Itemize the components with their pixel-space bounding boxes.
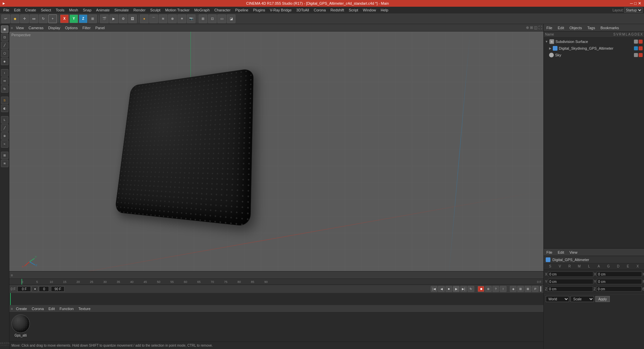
z-scale-input[interactable]: [596, 286, 642, 292]
go-to-end[interactable]: ▶|: [460, 286, 467, 292]
scale-tool-left[interactable]: ⇔: [1, 77, 8, 85]
obj-file-menu[interactable]: File: [545, 25, 554, 31]
y-scale-input[interactable]: [597, 279, 642, 284]
mat-corona[interactable]: Corona: [30, 306, 45, 311]
menu-character[interactable]: Character: [212, 7, 232, 13]
mat-texture[interactable]: Texture: [77, 306, 92, 311]
layout-selector[interactable]: Startup: [624, 7, 643, 13]
motion-stop[interactable]: ⊠: [525, 286, 531, 292]
y-pos-input[interactable]: [548, 279, 593, 284]
viewport-options-menu[interactable]: Options: [63, 25, 79, 31]
key-all[interactable]: ?: [492, 286, 499, 292]
obj-item-sky[interactable]: Sky: [544, 52, 644, 58]
world-dropdown[interactable]: World Object Camera: [546, 296, 569, 302]
menu-simulate[interactable]: Simulate: [112, 7, 131, 13]
menu-render[interactable]: Render: [131, 7, 148, 13]
move-tool-left[interactable]: ↕: [1, 69, 8, 77]
sky-vis-btn[interactable]: [634, 53, 638, 57]
frame-number-input[interactable]: [39, 286, 49, 292]
menu-sculpt[interactable]: Sculpt: [148, 7, 163, 13]
menu-window[interactable]: Window: [361, 7, 378, 13]
menu-motion-tracker[interactable]: Motion Tracker: [163, 7, 192, 13]
nurbs-button[interactable]: ⌒: [149, 14, 158, 23]
viewport-filter-menu[interactable]: Filter: [81, 25, 92, 31]
point-mode[interactable]: ⊡: [1, 34, 8, 41]
minimize-button[interactable]: ─: [630, 1, 633, 6]
timeline-menu-icon[interactable]: ≡: [11, 273, 13, 277]
x-axis-button[interactable]: X: [60, 14, 69, 23]
timeline-track[interactable]: [9, 293, 543, 305]
expand-arrow[interactable]: ▼: [545, 40, 548, 43]
light-button[interactable]: ☀: [177, 14, 186, 23]
rotate-button[interactable]: ↻: [39, 14, 48, 23]
uv-mode[interactable]: ◈: [1, 58, 8, 65]
menu-script[interactable]: Script: [347, 7, 360, 13]
tool3[interactable]: ⊕: [1, 132, 8, 140]
menu-plugins[interactable]: Plugins: [251, 7, 267, 13]
mat-edit[interactable]: Edit: [47, 306, 57, 311]
material-ball[interactable]: [11, 314, 30, 333]
key-sel[interactable]: !: [500, 286, 506, 292]
gps-vis-btn[interactable]: [634, 46, 638, 50]
viewport-menu-icon[interactable]: ≡: [11, 26, 13, 30]
expand-arrow2[interactable]: ▶: [549, 47, 551, 50]
material-item[interactable]: Gps_alti: [11, 314, 30, 337]
paint-tool[interactable]: ◐: [1, 105, 8, 112]
obj-bookmarks-menu[interactable]: Bookmarks: [599, 25, 620, 31]
tool2[interactable]: ╱: [1, 124, 8, 132]
motion-record[interactable]: ◈: [510, 286, 517, 292]
menu-animate[interactable]: Animate: [94, 7, 112, 13]
menu-redshift[interactable]: Redshift: [328, 7, 346, 13]
auto-key[interactable]: ⊕: [485, 286, 492, 292]
motion-play[interactable]: ⊞: [517, 286, 524, 292]
menu-snap[interactable]: Snap: [81, 7, 94, 13]
menu-create[interactable]: Create: [23, 7, 38, 13]
rotate-tool-left[interactable]: ↻: [1, 85, 8, 93]
y-axis-button[interactable]: Y: [69, 14, 78, 23]
deformer-button[interactable]: ≋: [159, 14, 167, 23]
apply-button[interactable]: Apply: [595, 296, 610, 302]
timeline-drag[interactable]: [540, 286, 541, 292]
menu-select[interactable]: Select: [39, 7, 53, 13]
bg-button[interactable]: ◪: [227, 14, 235, 23]
floor-button[interactable]: ▭: [217, 14, 226, 23]
attr-edit-menu[interactable]: Edit: [556, 250, 566, 255]
x-scale-input[interactable]: [597, 271, 642, 277]
viewport-panel-menu[interactable]: Panel: [94, 25, 106, 31]
mat-menu-icon[interactable]: ≡: [11, 307, 13, 311]
maximize-button[interactable]: □: [634, 1, 637, 6]
tool5[interactable]: ⊞: [1, 152, 8, 159]
menu-3dtoall[interactable]: 3DToAll: [294, 7, 311, 13]
sphere-primitive[interactable]: ●: [140, 14, 149, 23]
world-coord-button[interactable]: ⊞: [88, 14, 97, 23]
record-button[interactable]: ⏺: [478, 286, 484, 292]
window-controls[interactable]: ─ □ ✕: [630, 1, 641, 6]
model-mode[interactable]: ◼: [1, 26, 8, 33]
menu-tools[interactable]: Tools: [54, 7, 66, 13]
obj-vis-btn[interactable]: [634, 40, 638, 44]
record-auto-key[interactable]: ●: [32, 286, 38, 292]
live-select-button[interactable]: ◆: [11, 14, 19, 23]
obj-item-gps[interactable]: ▶ Digital_Skydiving_GPS_Altimeter: [544, 45, 644, 52]
viewport-canvas[interactable]: Perspective Grid Spacing : 10 cm Y X Z: [9, 32, 543, 271]
obj-tags-menu[interactable]: Tags: [586, 25, 596, 31]
obj-edit-menu[interactable]: Edit: [556, 25, 566, 31]
menu-edit[interactable]: Edit: [12, 7, 22, 13]
mat-create[interactable]: Create: [14, 306, 29, 311]
snap-button[interactable]: ⊡: [208, 14, 217, 23]
tool1[interactable]: L: [1, 116, 8, 123]
menu-file[interactable]: File: [1, 7, 11, 13]
effector-button[interactable]: ⊕: [168, 14, 177, 23]
gps-render-btn[interactable]: [639, 46, 643, 50]
viewport[interactable]: ≡ View Cameras Display Options Filter Pa…: [9, 24, 543, 271]
viewport-view-menu[interactable]: View: [14, 25, 25, 31]
move-button[interactable]: ✛: [20, 14, 29, 23]
sky-render-btn[interactable]: [639, 53, 643, 57]
camera-button[interactable]: 📷: [187, 14, 196, 23]
menu-vray[interactable]: V-Ray Bridge: [268, 7, 294, 13]
menu-corona[interactable]: Corona: [312, 7, 328, 13]
power-slider[interactable]: P: [532, 286, 539, 292]
tool4[interactable]: ≈: [1, 140, 8, 148]
mat-function[interactable]: Function: [58, 306, 75, 311]
move-tool[interactable]: +: [48, 14, 57, 23]
